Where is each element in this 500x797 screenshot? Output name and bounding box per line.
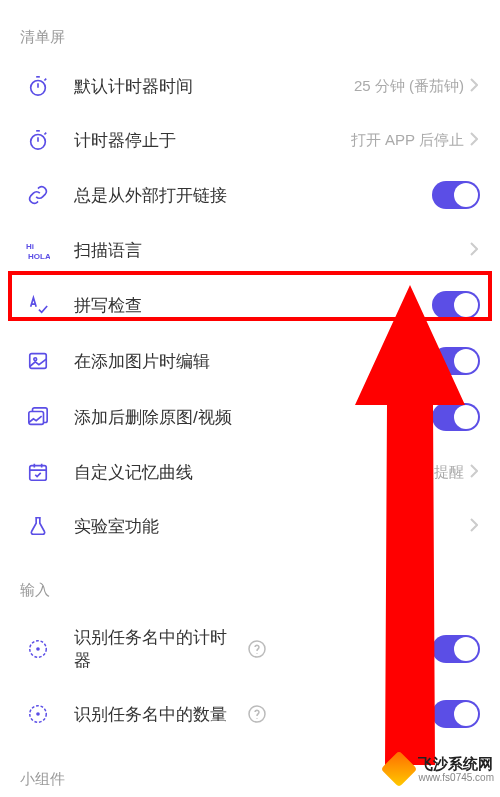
row-label: 拼写检查 [74, 294, 432, 317]
row-label: 计时器停止于 [74, 129, 351, 152]
row-label: 识别任务名中的数量 [74, 703, 240, 726]
svg-point-13 [36, 712, 40, 716]
svg-rect-7 [30, 466, 47, 481]
svg-point-9 [36, 647, 40, 651]
chevron-right-icon [470, 132, 480, 148]
svg-point-11 [256, 653, 257, 654]
toggle-edit-image[interactable] [432, 347, 480, 375]
row-default-timer[interactable]: 默认计时器时间 25 分钟 (番茄钟) [0, 59, 500, 113]
section-header-widget: 小组件 [0, 742, 500, 797]
row-scan-language[interactable]: HiHOLA 扫描语言 [0, 223, 500, 277]
stopwatch-icon [26, 128, 50, 152]
svg-point-15 [256, 718, 257, 719]
toggle-recognize-timer[interactable] [432, 635, 480, 663]
row-label: 总是从外部打开链接 [74, 184, 432, 207]
svg-point-5 [34, 358, 37, 361]
toggle-spellcheck[interactable] [432, 291, 480, 319]
svg-text:Hi: Hi [26, 242, 34, 251]
svg-point-1 [31, 135, 46, 150]
toggle-external-link[interactable] [432, 181, 480, 209]
row-memory-curve[interactable]: 自定义记忆曲线 8 次提醒 [0, 445, 500, 499]
row-delete-original[interactable]: 添加后删除原图/视频 [0, 389, 500, 445]
section-header-input: 输入 [0, 553, 500, 612]
chevron-right-icon [470, 464, 480, 480]
toggle-delete-original[interactable] [432, 403, 480, 431]
row-timer-stop[interactable]: 计时器停止于 打开 APP 后停止 [0, 113, 500, 167]
help-icon[interactable] [248, 705, 266, 723]
chevron-right-icon [470, 78, 480, 94]
row-external-link[interactable]: 总是从外部打开链接 [0, 167, 500, 223]
images-icon [26, 405, 50, 429]
section-header-qingdan: 清单屏 [0, 0, 500, 59]
help-icon[interactable] [248, 640, 266, 658]
language-icon: HiHOLA [26, 238, 50, 262]
svg-text:HOLA: HOLA [28, 252, 50, 260]
row-label: 识别任务名中的计时器 [74, 626, 240, 672]
row-label: 实验室功能 [74, 515, 470, 538]
spellcheck-icon [26, 293, 50, 317]
row-recognize-quantity[interactable]: 识别任务名中的数量 [0, 686, 500, 742]
row-lab[interactable]: 实验室功能 [0, 499, 500, 553]
stopwatch-icon [26, 74, 50, 98]
row-value: 8 次提醒 [406, 463, 464, 482]
svg-rect-6 [29, 412, 44, 425]
row-label: 扫描语言 [74, 239, 470, 262]
calendar-icon [26, 460, 50, 484]
chevron-right-icon [470, 242, 480, 258]
chevron-right-icon [470, 518, 480, 534]
image-icon [26, 349, 50, 373]
row-label: 默认计时器时间 [74, 75, 354, 98]
row-spellcheck[interactable]: 拼写检查 [0, 277, 500, 333]
row-recognize-timer[interactable]: 识别任务名中的计时器 [0, 612, 500, 686]
row-label: 自定义记忆曲线 [74, 461, 406, 484]
row-label: 添加后删除原图/视频 [74, 406, 432, 429]
row-value: 打开 APP 后停止 [351, 131, 464, 150]
row-label: 在添加图片时编辑 [74, 350, 432, 373]
link-icon [26, 183, 50, 207]
row-value: 25 分钟 (番茄钟) [354, 77, 464, 96]
toggle-recognize-quantity[interactable] [432, 700, 480, 728]
detect-icon [26, 637, 50, 661]
row-edit-image[interactable]: 在添加图片时编辑 [0, 333, 500, 389]
detect-icon [26, 702, 50, 726]
flask-icon [26, 514, 50, 538]
